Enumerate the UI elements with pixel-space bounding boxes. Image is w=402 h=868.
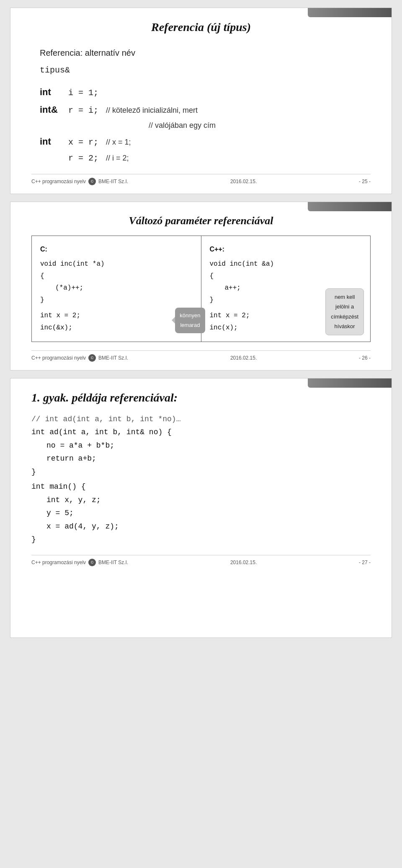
slide-2-footer: C++ programozási nyelv © BME-IIT Sz.I. 2…: [31, 350, 371, 362]
code-line-4: }: [31, 466, 371, 479]
slide-1-footer: C++ programozási nyelv © BME-IIT Sz.I. 2…: [31, 174, 371, 185]
type-int-ref: int&: [40, 102, 61, 117]
footer-3-course: C++ programozási nyelv: [31, 560, 86, 565]
line-int-x: int x = r; // x = 1;: [40, 134, 371, 150]
code-line-1: int ad(int a, int b, int& no) {: [31, 426, 371, 439]
col-c: C: void inc(int *a) { (*a)++; } int x = …: [32, 236, 201, 342]
footer-2-course: C++ programozási nyelv: [31, 355, 86, 361]
footer-3-logo: ©: [88, 559, 96, 566]
footer-3-org: BME-IIT Sz.I.: [98, 560, 128, 565]
line-int-ref-r: int& r = i; // kötelező inicializálni, m…: [40, 102, 371, 118]
slide-1-body: Referencia: alternatív név tipus& int i …: [31, 46, 371, 166]
col-cpp-line-1: void inc(int &a): [210, 258, 362, 270]
code-line-5: int main() {: [31, 480, 371, 494]
footer-3-page: - 27 -: [359, 560, 371, 565]
slide-1-title: Referencia (új típus): [31, 21, 371, 34]
footer-1-course: C++ programozási nyelv: [31, 179, 86, 184]
bubble-cpp-hint: nem kelljelölni acímképzésthíváskor: [325, 288, 364, 335]
bubble-c-warning: könnyenlemarad: [175, 308, 205, 333]
footer-1-page: - 25 -: [359, 179, 371, 184]
line-subtitle1: Referencia: alternatív név: [40, 46, 371, 62]
code-line-2: no = a*a + b*b;: [31, 439, 371, 453]
slide-2-title: Változó paraméter referenciával: [31, 215, 371, 227]
code-r-assign: r = i;: [68, 104, 98, 118]
slide-1: Referencia (új típus) Referencia: altern…: [10, 8, 392, 194]
bubble-cpp-text: nem kelljelölni acímképzésthíváskor: [331, 294, 358, 329]
col-cpp-header: C++:: [210, 244, 362, 256]
comment-cim: // valójában egy cím: [149, 121, 216, 130]
col-c-header: C:: [40, 244, 193, 256]
subtitle2-text: tipus&: [40, 63, 70, 78]
footer-1-org: BME-IIT Sz.I.: [98, 179, 128, 184]
slide-3: 1. gyak. példája referenciával: // int a…: [10, 378, 392, 638]
col-c-line-2: {: [40, 270, 193, 282]
code-x-assign: x = r;: [68, 135, 98, 150]
line-comment-cim: // valójában egy cím: [40, 118, 371, 132]
line-subtitle2: tipus&: [40, 63, 371, 78]
col-c-line-1: void inc(int *a): [40, 258, 193, 270]
comment-x: // x = 1;: [106, 136, 131, 149]
code-line-6: int x, y, z;: [31, 494, 371, 507]
code-line-9: }: [31, 533, 371, 547]
type-int-1: int: [40, 84, 61, 100]
type-int-2: int: [40, 134, 61, 149]
footer-2-logo: ©: [88, 354, 96, 362]
footer-3-date: 2016.02.15.: [230, 560, 257, 565]
code-r-2: r = 2;: [68, 151, 98, 166]
code-line-comment: // int ad(int a, int b, int *no)…: [31, 413, 371, 426]
comment-r-2: // i = 2;: [106, 152, 129, 165]
subtitle1-text: Referencia: alternatív név: [40, 46, 135, 60]
col-c-line-4: }: [40, 294, 193, 306]
slide-3-title: 1. gyak. példája referenciával:: [31, 391, 371, 404]
slide-3-code: // int ad(int a, int b, int *no)… int ad…: [31, 413, 371, 547]
code-line-3: return a+b;: [31, 452, 371, 466]
slide-title-bar-1: [308, 8, 392, 17]
slide-2-cols: C: void inc(int *a) { (*a)++; } int x = …: [31, 236, 371, 342]
code-line-8: x = ad(4, y, z);: [31, 520, 371, 534]
footer-1-left: C++ programozási nyelv © BME-IIT Sz.I.: [31, 178, 128, 185]
footer-2-date: 2016.02.15.: [230, 355, 257, 361]
slide-2: Változó paraméter referenciával C: void …: [10, 202, 392, 371]
footer-3-left: C++ programozási nyelv © BME-IIT Sz.I.: [31, 559, 128, 566]
footer-2-org: BME-IIT Sz.I.: [98, 355, 128, 361]
line-r-2: r = 2; // i = 2;: [40, 151, 371, 166]
footer-1-date: 2016.02.15.: [230, 179, 257, 184]
bubble-c-text: könnyenlemarad: [180, 312, 200, 328]
footer-2-left: C++ programozási nyelv © BME-IIT Sz.I.: [31, 354, 128, 362]
comment-init: // kötelező inicializálni, mert: [106, 104, 198, 117]
slide-title-bar-3: [308, 378, 392, 388]
slide-3-footer: C++ programozási nyelv © BME-IIT Sz.I. 2…: [31, 555, 371, 566]
footer-2-page: - 26 -: [359, 355, 371, 361]
line-int-i: int i = 1;: [40, 84, 371, 100]
col-cpp-line-2: {: [210, 270, 362, 282]
footer-1-logo: ©: [88, 178, 96, 185]
col-c-line-3: (*a)++;: [40, 282, 193, 294]
code-i-assign: i = 1;: [68, 86, 98, 100]
slide-title-bar-2: [308, 202, 392, 211]
col-cpp: C++: void inc(int &a) { a++; } int x = 2…: [201, 236, 371, 342]
code-line-7: y = 5;: [31, 507, 371, 520]
